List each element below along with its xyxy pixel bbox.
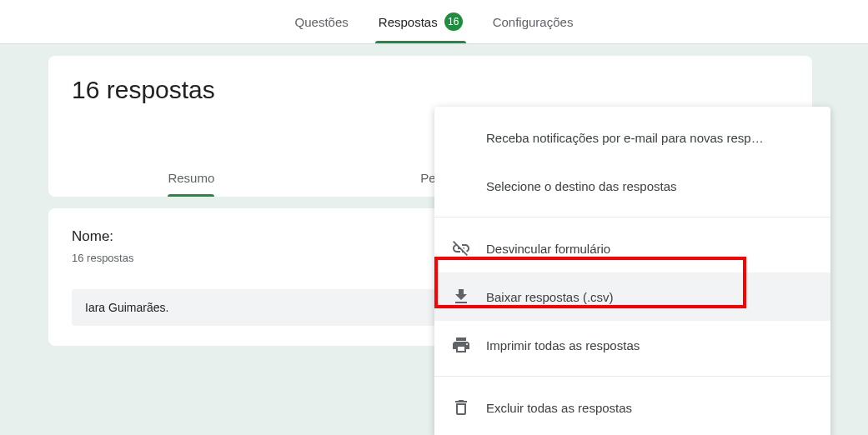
trash-icon [451, 398, 471, 418]
menu-label: Excluir todas as respostas [486, 401, 632, 415]
menu-label: Receba notificações por e-mail para nova… [486, 131, 764, 145]
print-icon [451, 335, 471, 355]
tab-settings[interactable]: Configurações [489, 0, 577, 43]
menu-divider [434, 376, 830, 377]
download-icon [451, 287, 471, 307]
spacer [451, 128, 471, 148]
menu-download-csv[interactable]: Baixar respostas (.csv) [434, 272, 830, 321]
spacer [451, 176, 471, 196]
responses-count-badge: 16 [444, 12, 463, 31]
menu-email-notifications[interactable]: Receba notificações por e-mail para nova… [434, 113, 830, 162]
form-tabs: Questões Respostas 16 Configurações [0, 0, 868, 44]
subtab-summary[interactable]: Resumo [72, 171, 311, 197]
unlink-icon [451, 238, 471, 258]
menu-label: Selecione o destino das respostas [486, 179, 676, 193]
tab-responses[interactable]: Respostas 16 [375, 0, 466, 43]
menu-select-destination[interactable]: Selecione o destino das respostas [434, 162, 830, 210]
responses-context-menu: Receba notificações por e-mail para nova… [434, 107, 830, 435]
menu-divider [434, 217, 830, 218]
menu-label: Imprimir todas as respostas [486, 338, 640, 352]
menu-delete-responses[interactable]: Excluir todas as respostas [434, 383, 830, 432]
tab-responses-label: Respostas [379, 15, 438, 29]
menu-label: Baixar respostas (.csv) [486, 290, 614, 304]
menu-unlink-form[interactable]: Desvincular formulário [434, 224, 830, 272]
menu-label: Desvincular formulário [486, 242, 610, 256]
responses-title: 16 respostas [72, 76, 789, 104]
tab-questions[interactable]: Questões [292, 0, 352, 43]
menu-print-responses[interactable]: Imprimir todas as respostas [434, 321, 830, 369]
